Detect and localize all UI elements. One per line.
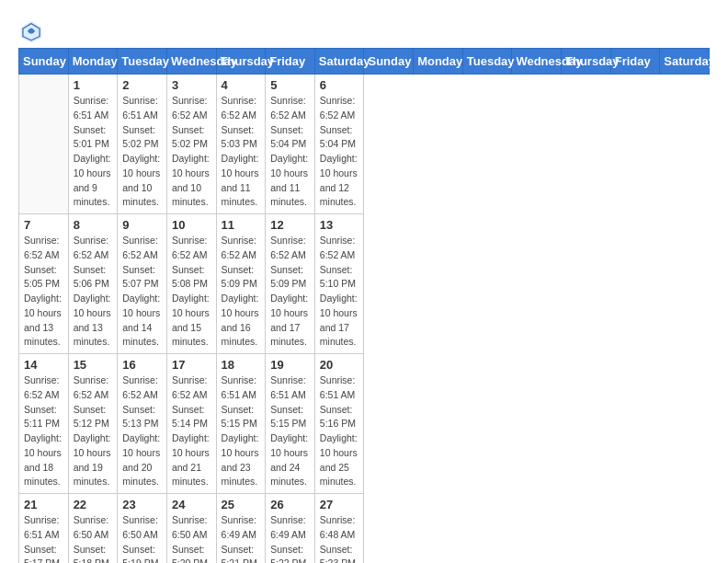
- day-info: Sunrise: 6:51 AM Sunset: 5:16 PM Dayligh…: [320, 373, 359, 489]
- day-number: 19: [270, 358, 310, 372]
- week-row-4: 21Sunrise: 6:51 AM Sunset: 5:17 PM Dayli…: [19, 494, 710, 564]
- calendar-cell: 20Sunrise: 6:51 AM Sunset: 5:16 PM Dayli…: [314, 354, 364, 494]
- day-number: 20: [320, 358, 359, 372]
- day-info: Sunrise: 6:52 AM Sunset: 5:10 PM Dayligh…: [320, 234, 359, 350]
- day-info: Sunrise: 6:52 AM Sunset: 5:09 PM Dayligh…: [270, 234, 310, 350]
- day-number: 4: [222, 78, 261, 92]
- calendar-cell: 6Sunrise: 6:52 AM Sunset: 5:04 PM Daylig…: [314, 75, 364, 214]
- day-number: 12: [270, 218, 310, 232]
- day-number: 17: [172, 358, 211, 372]
- day-header-wednesday: Wednesday: [166, 49, 216, 75]
- day-number: 11: [222, 218, 261, 232]
- day-number: 13: [320, 218, 359, 232]
- day-info: Sunrise: 6:51 AM Sunset: 5:15 PM Dayligh…: [222, 373, 261, 489]
- calendar-cell: 23Sunrise: 6:50 AM Sunset: 5:19 PM Dayli…: [118, 494, 167, 564]
- day-header-thursday: Thursday: [562, 49, 611, 75]
- day-info: Sunrise: 6:51 AM Sunset: 5:02 PM Dayligh…: [122, 94, 162, 210]
- day-info: Sunrise: 6:52 AM Sunset: 5:02 PM Dayligh…: [172, 94, 211, 210]
- day-info: Sunrise: 6:52 AM Sunset: 5:13 PM Dayligh…: [122, 373, 162, 489]
- day-header-friday: Friday: [610, 49, 660, 75]
- day-info: Sunrise: 6:51 AM Sunset: 5:15 PM Dayligh…: [270, 373, 310, 489]
- day-info: Sunrise: 6:52 AM Sunset: 5:12 PM Dayligh…: [74, 373, 113, 489]
- day-info: Sunrise: 6:52 AM Sunset: 5:07 PM Dayligh…: [122, 234, 162, 350]
- day-header-tuesday: Tuesday: [462, 49, 512, 75]
- day-info: Sunrise: 6:52 AM Sunset: 5:11 PM Dayligh…: [24, 373, 63, 489]
- calendar-cell: 22Sunrise: 6:50 AM Sunset: 5:18 PM Dayli…: [68, 494, 118, 564]
- day-info: Sunrise: 6:48 AM Sunset: 5:23 PM Dayligh…: [320, 513, 359, 563]
- calendar-cell: 5Sunrise: 6:52 AM Sunset: 5:04 PM Daylig…: [266, 75, 315, 214]
- day-number: 23: [122, 498, 162, 511]
- day-info: Sunrise: 6:51 AM Sunset: 5:17 PM Dayligh…: [24, 513, 63, 563]
- day-number: 7: [24, 218, 63, 232]
- day-number: 8: [74, 218, 113, 232]
- day-number: 6: [320, 78, 359, 92]
- calendar-cell: 1Sunrise: 6:51 AM Sunset: 5:01 PM Daylig…: [68, 75, 118, 214]
- week-row-2: 7Sunrise: 6:52 AM Sunset: 5:05 PM Daylig…: [19, 214, 710, 354]
- day-number: 3: [172, 78, 211, 92]
- day-info: Sunrise: 6:52 AM Sunset: 5:04 PM Dayligh…: [270, 94, 310, 210]
- day-info: Sunrise: 6:52 AM Sunset: 5:04 PM Dayligh…: [320, 94, 359, 210]
- day-header-wednesday: Wednesday: [512, 49, 562, 75]
- day-info: Sunrise: 6:52 AM Sunset: 5:06 PM Dayligh…: [74, 234, 113, 350]
- day-header-sunday: Sunday: [19, 49, 69, 75]
- calendar-cell: 10Sunrise: 6:52 AM Sunset: 5:08 PM Dayli…: [166, 214, 216, 354]
- day-number: 15: [74, 358, 113, 372]
- calendar-cell: 3Sunrise: 6:52 AM Sunset: 5:02 PM Daylig…: [166, 75, 216, 214]
- day-header-saturday: Saturday: [660, 49, 710, 75]
- day-info: Sunrise: 6:52 AM Sunset: 5:05 PM Dayligh…: [24, 234, 63, 350]
- day-info: Sunrise: 6:52 AM Sunset: 5:09 PM Dayligh…: [222, 234, 261, 350]
- day-info: Sunrise: 6:52 AM Sunset: 5:14 PM Dayligh…: [172, 373, 211, 489]
- day-info: Sunrise: 6:51 AM Sunset: 5:01 PM Dayligh…: [74, 94, 113, 210]
- day-number: 24: [172, 498, 211, 511]
- day-number: 5: [270, 78, 310, 92]
- day-info: Sunrise: 6:52 AM Sunset: 5:08 PM Dayligh…: [172, 234, 211, 350]
- day-header-tuesday: Tuesday: [118, 49, 167, 75]
- day-header-friday: Friday: [266, 49, 315, 75]
- calendar-cell: [19, 75, 69, 214]
- day-number: 16: [122, 358, 162, 372]
- day-info: Sunrise: 6:49 AM Sunset: 5:21 PM Dayligh…: [222, 513, 261, 563]
- day-number: 21: [24, 498, 63, 511]
- calendar-cell: 26Sunrise: 6:49 AM Sunset: 5:22 PM Dayli…: [266, 494, 315, 564]
- day-header-monday: Monday: [414, 49, 463, 75]
- day-number: 9: [122, 218, 162, 232]
- calendar-cell: 16Sunrise: 6:52 AM Sunset: 5:13 PM Dayli…: [118, 354, 167, 494]
- logo-icon: [18, 18, 44, 44]
- page-header: [18, 18, 710, 44]
- day-header-thursday: Thursday: [216, 49, 266, 75]
- calendar-cell: 18Sunrise: 6:51 AM Sunset: 5:15 PM Dayli…: [216, 354, 266, 494]
- day-number: 2: [122, 78, 162, 92]
- calendar-cell: 15Sunrise: 6:52 AM Sunset: 5:12 PM Dayli…: [68, 354, 118, 494]
- day-number: 22: [74, 498, 113, 511]
- day-info: Sunrise: 6:50 AM Sunset: 5:18 PM Dayligh…: [74, 513, 113, 563]
- day-header-monday: Monday: [68, 49, 118, 75]
- day-info: Sunrise: 6:50 AM Sunset: 5:20 PM Dayligh…: [172, 513, 211, 563]
- day-header-sunday: Sunday: [364, 49, 414, 75]
- calendar-cell: 12Sunrise: 6:52 AM Sunset: 5:09 PM Dayli…: [266, 214, 315, 354]
- calendar-cell: 9Sunrise: 6:52 AM Sunset: 5:07 PM Daylig…: [118, 214, 167, 354]
- calendar-cell: 27Sunrise: 6:48 AM Sunset: 5:23 PM Dayli…: [314, 494, 364, 564]
- logo: [18, 18, 48, 44]
- day-number: 26: [270, 498, 310, 511]
- calendar-cell: 2Sunrise: 6:51 AM Sunset: 5:02 PM Daylig…: [118, 75, 167, 214]
- day-number: 10: [172, 218, 211, 232]
- day-number: 1: [74, 78, 113, 92]
- day-header-saturday: Saturday: [314, 49, 364, 75]
- calendar-cell: 17Sunrise: 6:52 AM Sunset: 5:14 PM Dayli…: [166, 354, 216, 494]
- day-number: 14: [24, 358, 63, 372]
- calendar-cell: 11Sunrise: 6:52 AM Sunset: 5:09 PM Dayli…: [216, 214, 266, 354]
- calendar-cell: 7Sunrise: 6:52 AM Sunset: 5:05 PM Daylig…: [19, 214, 69, 354]
- calendar-cell: 24Sunrise: 6:50 AM Sunset: 5:20 PM Dayli…: [166, 494, 216, 564]
- calendar-cell: 21Sunrise: 6:51 AM Sunset: 5:17 PM Dayli…: [19, 494, 69, 564]
- header-row: SundayMondayTuesdayWednesdayThursdayFrid…: [19, 49, 710, 75]
- calendar-cell: 13Sunrise: 6:52 AM Sunset: 5:10 PM Dayli…: [314, 214, 364, 354]
- day-info: Sunrise: 6:52 AM Sunset: 5:03 PM Dayligh…: [222, 94, 261, 210]
- calendar-cell: 25Sunrise: 6:49 AM Sunset: 5:21 PM Dayli…: [216, 494, 266, 564]
- day-info: Sunrise: 6:49 AM Sunset: 5:22 PM Dayligh…: [270, 513, 310, 563]
- day-info: Sunrise: 6:50 AM Sunset: 5:19 PM Dayligh…: [122, 513, 162, 563]
- calendar-table: SundayMondayTuesdayWednesdayThursdayFrid…: [18, 48, 710, 563]
- day-number: 18: [222, 358, 261, 372]
- calendar-cell: 8Sunrise: 6:52 AM Sunset: 5:06 PM Daylig…: [68, 214, 118, 354]
- calendar-cell: 4Sunrise: 6:52 AM Sunset: 5:03 PM Daylig…: [216, 75, 266, 214]
- day-number: 27: [320, 498, 359, 511]
